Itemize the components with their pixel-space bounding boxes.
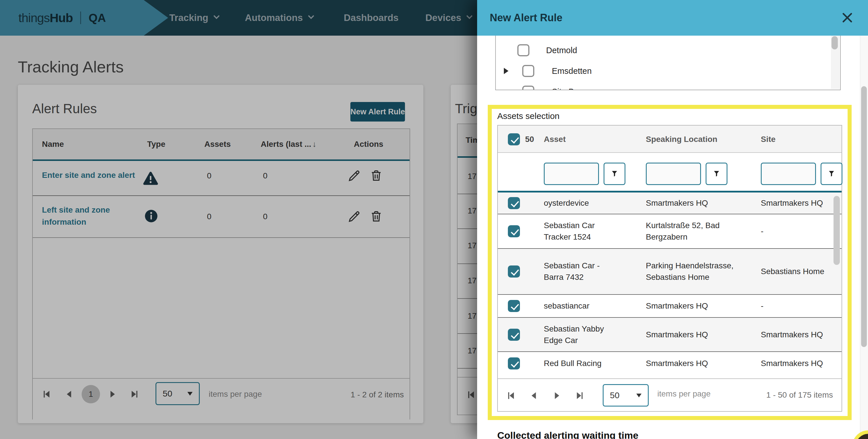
column-header-speaking-location[interactable]: Speaking Location	[646, 126, 717, 153]
asset-name: sebastiancar	[534, 300, 636, 312]
funnel-icon	[610, 169, 619, 179]
next-page-icon[interactable]	[551, 390, 563, 401]
column-header-asset[interactable]: Asset	[544, 126, 566, 153]
site: Smartmakers HQ	[751, 329, 842, 341]
row-checkbox[interactable]	[508, 225, 520, 237]
pager-range-label: 1 - 50 of 175 items	[766, 390, 833, 400]
first-page-icon[interactable]	[505, 390, 517, 401]
table-row[interactable]: oysterdevice Smartmakers HQ Smartmakers …	[498, 192, 842, 214]
site: Smartmakers HQ	[751, 197, 842, 209]
assets-selection-highlight: Assets selection 50 Asset Speaking Locat…	[488, 105, 851, 420]
table-row[interactable]: Sebastian Car Tracker 1524 Kurtalstraße …	[498, 214, 842, 249]
asset-name: Red Bull Racing	[534, 358, 636, 369]
row-checkbox[interactable]	[508, 357, 520, 370]
tree-scrollbar-track[interactable]	[831, 36, 840, 89]
assets-table: 50 Asset Speaking Location Site	[497, 125, 842, 412]
new-alert-rule-drawer: New Alert Rule Detmold Emsdetten Site B	[477, 0, 868, 439]
select-all-checkbox[interactable]	[508, 133, 520, 145]
assets-filter-row	[498, 153, 842, 191]
site-filter-input[interactable]	[761, 163, 816, 185]
assets-scrollbar-thumb[interactable]	[834, 196, 840, 265]
checkbox[interactable]	[522, 86, 534, 90]
asset-filter-input[interactable]	[544, 163, 599, 185]
assets-selection-label: Assets selection	[497, 111, 560, 121]
site: -	[751, 225, 842, 237]
drawer-header: New Alert Rule	[477, 0, 868, 36]
table-row[interactable]: sebastiancar Smartmakers HQ -	[498, 295, 842, 318]
items-per-page-label: items per page	[657, 389, 711, 399]
page-size-dropdown[interactable]: 50	[603, 384, 649, 407]
asset-name: Sebastian Car Tracker 1524	[534, 220, 636, 243]
last-page-icon[interactable]	[574, 390, 586, 401]
tree-scrollbar-thumb[interactable]	[832, 36, 838, 50]
checkbox[interactable]	[522, 65, 534, 77]
site: -	[751, 300, 842, 312]
speaking-location-filter-button[interactable]	[706, 163, 727, 185]
asset-name: Sebastian Yabby Edge Car	[534, 323, 636, 346]
site: Smartmakers HQ	[751, 358, 842, 369]
expand-arrow-icon[interactable]	[504, 68, 508, 74]
speaking-location-filter-input[interactable]	[646, 163, 701, 185]
assets-table-header: 50 Asset Speaking Location Site	[498, 126, 842, 153]
table-row[interactable]: Sebastian Car - Barra 7432 Parking Haend…	[498, 249, 842, 295]
drawer-title: New Alert Rule	[490, 12, 562, 24]
speaking-location: Parking Haendelstrasse, Sebastians Home	[636, 260, 751, 283]
speaking-location: Smartmakers HQ	[636, 329, 751, 341]
collected-alerting-waiting-time-label: Collected alerting waiting time	[497, 430, 638, 439]
selected-count: 50	[525, 126, 534, 153]
site: Sebastians Home	[751, 266, 842, 277]
dropdown-caret-icon	[636, 394, 642, 397]
table-row[interactable]: Red Bull Racing Smartmakers HQ Smartmake…	[498, 352, 842, 375]
asset-filter-button[interactable]	[603, 163, 625, 185]
assets-pager: 50 items per page 1 - 50 of 175 items	[498, 378, 842, 411]
drawer-scrollbar-thumb[interactable]	[861, 86, 867, 347]
row-checkbox[interactable]	[508, 197, 520, 209]
speaking-location: Kurtalstraße 52, Bad Bergzabern	[636, 220, 751, 243]
speaking-location: Smartmakers HQ	[636, 300, 751, 312]
speaking-location: Smartmakers HQ	[636, 197, 751, 209]
site-filter-button[interactable]	[820, 163, 842, 185]
asset-name: oysterdevice	[534, 197, 636, 209]
previous-page-icon[interactable]	[528, 390, 539, 401]
funnel-icon	[712, 169, 721, 179]
assets-rows: oysterdevice Smartmakers HQ Smartmakers …	[498, 192, 842, 375]
table-row[interactable]: Sebastian Yabby Edge Car Smartmakers HQ …	[498, 318, 842, 352]
close-icon[interactable]	[840, 11, 854, 25]
row-checkbox[interactable]	[508, 329, 520, 341]
column-header-site[interactable]: Site	[761, 126, 775, 153]
tree-item-label: Emsdetten	[552, 66, 592, 76]
checkbox[interactable]	[517, 44, 529, 56]
site-tree: Detmold Emsdetten Site B	[495, 36, 841, 90]
speaking-location: Smartmakers HQ	[636, 358, 751, 369]
screen: thingsHub QA Tracking Automations Dashbo…	[0, 0, 868, 439]
tree-item-label: Detmold	[546, 46, 577, 55]
funnel-icon	[827, 169, 836, 179]
page-size-value: 50	[610, 390, 619, 400]
tree-item-label: Site B	[552, 87, 574, 91]
row-checkbox[interactable]	[508, 300, 520, 312]
asset-name: Sebastian Car - Barra 7432	[534, 260, 636, 283]
row-checkbox[interactable]	[508, 265, 520, 278]
